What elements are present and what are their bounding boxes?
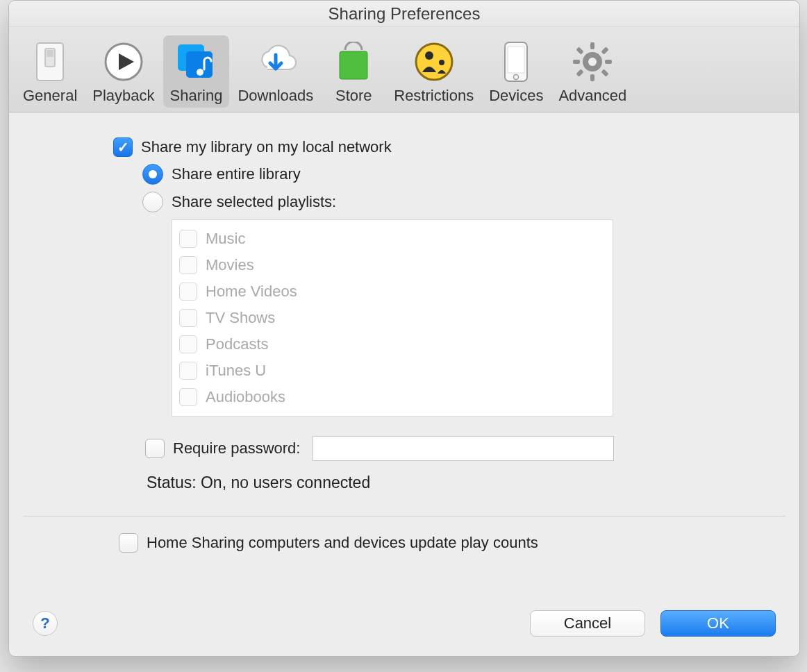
help-icon: ? [40,614,49,632]
home-sharing-label: Home Sharing computers and devices updat… [147,534,538,552]
cloud-download-icon [253,40,298,84]
playlist-label: Home Videos [206,283,297,301]
share-entire-label: Share entire library [172,165,301,183]
playlist-checkbox-tv-shows [179,309,197,327]
share-library-checkbox[interactable] [113,137,133,157]
ok-button[interactable]: OK [660,610,776,637]
playlist-checkbox-audiobooks [179,388,197,406]
svg-rect-20 [605,60,612,64]
cancel-button[interactable]: Cancel [530,610,645,637]
tab-label: General [23,87,77,105]
list-item: iTunes U [179,358,606,384]
playlist-label: TV Shows [206,309,275,327]
store-icon [331,40,376,84]
list-item: Audiobooks [179,384,606,410]
divider [23,516,785,516]
svg-point-10 [416,44,452,80]
share-entire-radio[interactable] [142,164,163,185]
tab-label: Downloads [238,87,313,105]
tab-label: Store [335,87,372,105]
help-button[interactable]: ? [33,611,58,636]
devices-icon [494,40,538,84]
list-item: Home Videos [179,278,606,305]
tab-advanced[interactable]: Advanced [551,35,633,108]
sharing-pane: Share my library on my local network Sha… [9,112,799,656]
tab-label: Advanced [558,87,626,105]
svg-rect-18 [590,74,594,81]
tab-general[interactable]: General [16,35,84,108]
window-title: Sharing Preferences [9,1,799,27]
playlist-label: iTunes U [206,362,266,380]
cancel-label: Cancel [564,614,611,632]
play-icon [101,40,146,84]
tab-label: Restrictions [394,87,474,105]
preferences-dialog: Sharing Preferences General Playback [8,0,800,657]
tab-store[interactable]: Store [322,35,385,108]
playlist-checkbox-music [179,230,197,248]
restrictions-icon [412,40,456,84]
list-item: TV Shows [179,305,606,331]
password-field[interactable] [313,436,614,461]
sharing-icon [174,40,218,84]
share-library-label: Share my library on my local network [141,138,392,156]
gear-icon [570,40,615,84]
preferences-toolbar: General Playback Sharing [9,27,799,112]
tab-label: Sharing [170,87,223,105]
svg-rect-8 [340,51,367,79]
list-item: Podcasts [179,331,606,358]
svg-rect-17 [590,42,594,49]
require-password-label: Require password: [173,439,300,457]
playlist-checkbox-home-videos [179,283,197,301]
general-icon [28,40,72,84]
tab-playback[interactable]: Playback [85,35,161,108]
playlist-listbox: Music Movies Home Videos TV Shows Podcas… [172,219,613,417]
playlist-checkbox-movies [179,256,197,274]
list-item: Movies [179,252,606,278]
playlist-checkbox-podcasts [179,335,197,353]
svg-rect-21 [576,47,584,54]
playlist-label: Podcasts [206,335,269,353]
playlist-label: Movies [206,256,254,274]
tab-restrictions[interactable]: Restrictions [387,35,481,108]
svg-point-12 [439,60,444,65]
svg-rect-19 [573,60,580,64]
tab-label: Playback [92,87,154,105]
tab-sharing[interactable]: Sharing [163,35,230,108]
svg-rect-23 [601,47,609,54]
dialog-footer: ? Cancel OK [9,602,799,656]
svg-point-25 [588,58,597,66]
sharing-status: Status: On, no users connected [147,473,772,492]
svg-point-11 [425,51,433,60]
require-password-checkbox[interactable] [145,439,165,458]
playlist-label: Music [206,230,245,248]
list-item: Music [179,226,606,252]
share-selected-label: Share selected playlists: [172,193,336,211]
tab-downloads[interactable]: Downloads [231,35,320,108]
svg-point-7 [197,69,203,76]
playlist-checkbox-itunes-u [179,362,197,380]
svg-rect-24 [576,69,584,76]
tab-label: Devices [489,87,543,105]
share-selected-radio[interactable] [142,192,163,212]
svg-rect-22 [601,69,609,76]
tab-devices[interactable]: Devices [482,35,550,108]
ok-label: OK [707,614,729,632]
home-sharing-checkbox[interactable] [119,533,138,553]
svg-rect-2 [47,50,53,57]
svg-rect-14 [508,47,524,73]
playlist-label: Audiobooks [206,388,285,406]
